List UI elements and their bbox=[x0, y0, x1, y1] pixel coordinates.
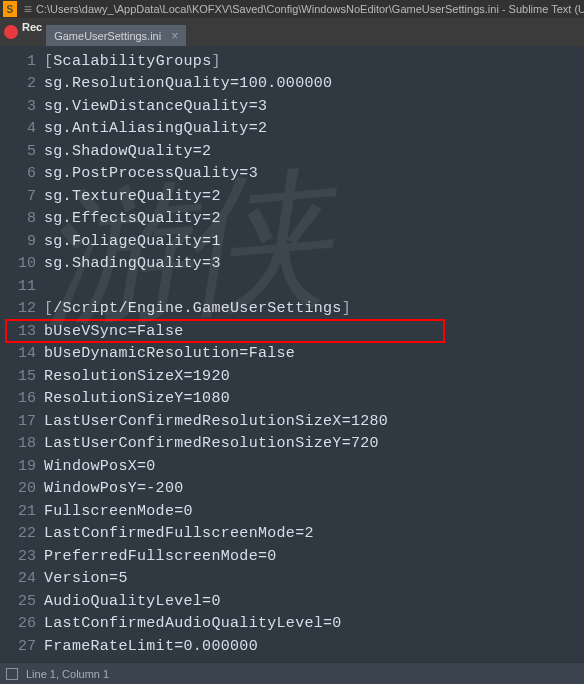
code-line[interactable]: 10sg.ShadingQuality=3 bbox=[0, 253, 584, 276]
code-text[interactable]: sg.TextureQuality=2 bbox=[44, 188, 584, 205]
code-text[interactable]: sg.PostProcessQuality=3 bbox=[44, 165, 584, 182]
code-text[interactable]: LastUserConfirmedResolutionSizeY=720 bbox=[44, 435, 584, 452]
line-number: 6 bbox=[0, 165, 44, 182]
tab-gameusersettings[interactable]: GameUserSettings.ini × bbox=[46, 25, 186, 46]
line-number: 17 bbox=[0, 413, 44, 430]
line-number: 19 bbox=[0, 458, 44, 475]
line-number: 1 bbox=[0, 53, 44, 70]
editor-area[interactable]: 1[ScalabilityGroups]2sg.ResolutionQualit… bbox=[0, 46, 584, 658]
status-bar: Line 1, Column 1 bbox=[0, 662, 584, 684]
code-line[interactable]: 8sg.EffectsQuality=2 bbox=[0, 208, 584, 231]
title-bar: S ≡ C:\Users\dawy_\AppData\Local\KOFXV\S… bbox=[0, 0, 584, 18]
code-text[interactable]: WindowPosX=0 bbox=[44, 458, 584, 475]
code-line[interactable]: 2sg.ResolutionQuality=100.000000 bbox=[0, 73, 584, 96]
line-number: 22 bbox=[0, 525, 44, 542]
code-text[interactable]: WindowPosY=-200 bbox=[44, 480, 584, 497]
line-number: 3 bbox=[0, 98, 44, 115]
code-line[interactable]: 18LastUserConfirmedResolutionSizeY=720 bbox=[0, 433, 584, 456]
line-number: 2 bbox=[0, 75, 44, 92]
line-number: 7 bbox=[0, 188, 44, 205]
code-line[interactable]: 9sg.FoliageQuality=1 bbox=[0, 230, 584, 253]
code-text[interactable]: ResolutionSizeX=1920 bbox=[44, 368, 584, 385]
code-line[interactable]: 14bUseDynamicResolution=False bbox=[0, 343, 584, 366]
line-number: 16 bbox=[0, 390, 44, 407]
rec-indicator: Rec bbox=[0, 18, 46, 46]
code-text[interactable]: sg.ResolutionQuality=100.000000 bbox=[44, 75, 584, 92]
code-line[interactable]: 17LastUserConfirmedResolutionSizeX=1280 bbox=[0, 410, 584, 433]
code-line[interactable]: 27FrameRateLimit=0.000000 bbox=[0, 635, 584, 658]
line-number: 20 bbox=[0, 480, 44, 497]
app-icon: S bbox=[3, 1, 17, 17]
code-line[interactable]: 22LastConfirmedFullscreenMode=2 bbox=[0, 523, 584, 546]
close-icon[interactable]: × bbox=[171, 29, 178, 43]
line-number: 23 bbox=[0, 548, 44, 565]
code-text[interactable]: FrameRateLimit=0.000000 bbox=[44, 638, 584, 655]
code-text[interactable]: ResolutionSizeY=1080 bbox=[44, 390, 584, 407]
code-line[interactable]: 4sg.AntiAliasingQuality=2 bbox=[0, 118, 584, 141]
line-number: 8 bbox=[0, 210, 44, 227]
code-line[interactable]: 19WindowPosX=0 bbox=[0, 455, 584, 478]
line-number: 4 bbox=[0, 120, 44, 137]
code-line[interactable]: 23PreferredFullscreenMode=0 bbox=[0, 545, 584, 568]
code-line[interactable]: 26LastConfirmedAudioQualityLevel=0 bbox=[0, 613, 584, 636]
line-number: 12 bbox=[0, 300, 44, 317]
tab-label: GameUserSettings.ini bbox=[54, 30, 161, 42]
code-text[interactable]: LastUserConfirmedResolutionSizeX=1280 bbox=[44, 413, 584, 430]
code-line[interactable]: 7sg.TextureQuality=2 bbox=[0, 185, 584, 208]
code-line[interactable]: 12[/Script/Engine.GameUserSettings] bbox=[0, 298, 584, 321]
code-text[interactable]: LastConfirmedAudioQualityLevel=0 bbox=[44, 615, 584, 632]
line-number: 21 bbox=[0, 503, 44, 520]
line-number: 5 bbox=[0, 143, 44, 160]
code-line[interactable]: 24Version=5 bbox=[0, 568, 584, 591]
line-number: 26 bbox=[0, 615, 44, 632]
line-number: 27 bbox=[0, 638, 44, 655]
code-text[interactable]: AudioQualityLevel=0 bbox=[44, 593, 584, 610]
code-text[interactable]: [ScalabilityGroups] bbox=[44, 53, 584, 70]
line-number: 15 bbox=[0, 368, 44, 385]
line-number: 18 bbox=[0, 435, 44, 452]
menu-icon[interactable]: ≡ bbox=[24, 1, 32, 17]
line-number: 25 bbox=[0, 593, 44, 610]
code-line[interactable]: 25AudioQualityLevel=0 bbox=[0, 590, 584, 613]
code-line[interactable]: 16ResolutionSizeY=1080 bbox=[0, 388, 584, 411]
code-text[interactable]: [/Script/Engine.GameUserSettings] bbox=[44, 300, 584, 317]
line-number: 11 bbox=[0, 278, 44, 295]
code-text[interactable]: FullscreenMode=0 bbox=[44, 503, 584, 520]
code-line[interactable]: 20WindowPosY=-200 bbox=[0, 478, 584, 501]
code-line[interactable]: 13bUseVSync=False bbox=[0, 320, 584, 343]
code-text[interactable]: sg.ViewDistanceQuality=3 bbox=[44, 98, 584, 115]
code-text[interactable]: PreferredFullscreenMode=0 bbox=[44, 548, 584, 565]
code-line[interactable]: 6sg.PostProcessQuality=3 bbox=[0, 163, 584, 186]
panel-icon[interactable] bbox=[6, 668, 18, 680]
line-number: 10 bbox=[0, 255, 44, 272]
line-number: 24 bbox=[0, 570, 44, 587]
cursor-position: Line 1, Column 1 bbox=[26, 668, 109, 680]
code-text[interactable]: bUseDynamicResolution=False bbox=[44, 345, 584, 362]
tab-bar: Rec GameUserSettings.ini × bbox=[0, 18, 584, 46]
code-line[interactable]: 11 bbox=[0, 275, 584, 298]
code-text[interactable]: Version=5 bbox=[44, 570, 584, 587]
code-text[interactable]: sg.ShadowQuality=2 bbox=[44, 143, 584, 160]
window-title: C:\Users\dawy_\AppData\Local\KOFXV\Saved… bbox=[36, 3, 584, 15]
code-text[interactable]: sg.FoliageQuality=1 bbox=[44, 233, 584, 250]
code-text[interactable]: bUseVSync=False bbox=[44, 323, 584, 340]
code-line[interactable]: 1[ScalabilityGroups] bbox=[0, 50, 584, 73]
line-number: 13 bbox=[0, 323, 44, 340]
code-text[interactable]: LastConfirmedFullscreenMode=2 bbox=[44, 525, 584, 542]
record-icon bbox=[4, 25, 18, 39]
code-text[interactable]: sg.AntiAliasingQuality=2 bbox=[44, 120, 584, 137]
code-line[interactable]: 21FullscreenMode=0 bbox=[0, 500, 584, 523]
code-line[interactable]: 3sg.ViewDistanceQuality=3 bbox=[0, 95, 584, 118]
code-line[interactable]: 15ResolutionSizeX=1920 bbox=[0, 365, 584, 388]
rec-label: Rec bbox=[22, 21, 42, 33]
line-number: 14 bbox=[0, 345, 44, 362]
code-text[interactable]: sg.EffectsQuality=2 bbox=[44, 210, 584, 227]
line-number: 9 bbox=[0, 233, 44, 250]
code-text[interactable]: sg.ShadingQuality=3 bbox=[44, 255, 584, 272]
code-line[interactable]: 5sg.ShadowQuality=2 bbox=[0, 140, 584, 163]
